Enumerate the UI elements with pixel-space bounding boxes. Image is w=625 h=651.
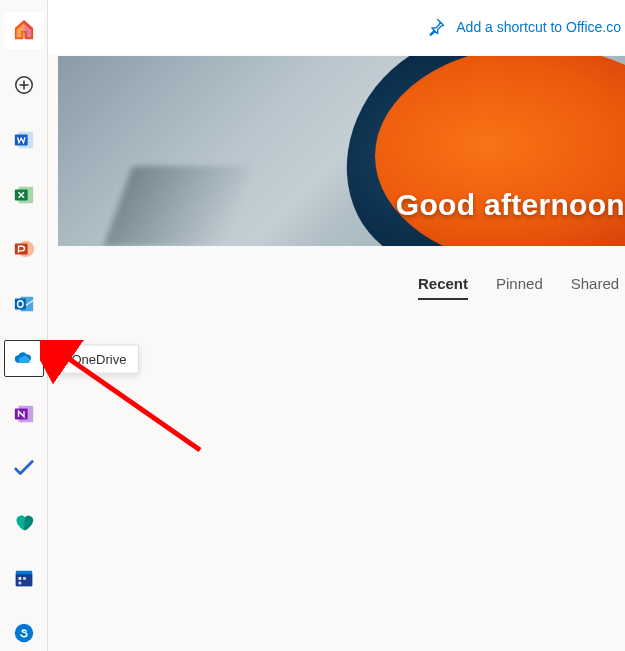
calendar-icon xyxy=(13,567,35,589)
sidebar-item-calendar[interactable] xyxy=(4,560,44,597)
heart-icon xyxy=(13,512,35,534)
tab-shared[interactable]: Shared xyxy=(571,275,619,300)
svg-rect-14 xyxy=(18,577,21,580)
svg-rect-16 xyxy=(18,582,21,585)
hero-banner: Good afternoon xyxy=(58,56,625,246)
topbar: Add a shortcut to Office.co xyxy=(48,0,625,54)
app-sidebar: OneDrive xyxy=(0,0,48,651)
home-icon xyxy=(13,19,35,41)
tab-recent[interactable]: Recent xyxy=(418,275,468,300)
content-tabs: Recent Pinned Shared xyxy=(418,275,625,300)
sidebar-item-outlook[interactable] xyxy=(4,286,44,323)
sidebar-item-skype[interactable] xyxy=(4,614,44,651)
plus-circle-icon xyxy=(13,74,35,96)
word-icon xyxy=(13,129,35,151)
sidebar-item-powerpoint[interactable] xyxy=(4,231,44,268)
sidebar-item-home[interactable] xyxy=(4,12,44,49)
onedrive-tooltip: OneDrive xyxy=(59,344,140,373)
add-shortcut-label: Add a shortcut to Office.co xyxy=(456,19,621,35)
svg-rect-2 xyxy=(14,134,27,145)
outlook-icon xyxy=(13,293,35,315)
todo-icon xyxy=(13,457,35,479)
sidebar-item-create[interactable] xyxy=(4,67,44,104)
onenote-icon xyxy=(13,403,35,425)
svg-rect-15 xyxy=(23,577,26,580)
powerpoint-icon xyxy=(13,238,35,260)
sidebar-item-onedrive[interactable]: OneDrive xyxy=(4,340,44,377)
greeting-text: Good afternoon xyxy=(396,188,625,222)
sidebar-item-family[interactable] xyxy=(4,505,44,542)
excel-icon xyxy=(13,184,35,206)
pin-icon xyxy=(426,17,446,37)
sidebar-item-todo[interactable] xyxy=(4,450,44,487)
sidebar-item-word[interactable] xyxy=(4,121,44,158)
skype-icon xyxy=(13,622,35,644)
hero-art-accent xyxy=(103,166,252,246)
onedrive-icon xyxy=(13,348,35,370)
sidebar-item-excel[interactable] xyxy=(4,176,44,213)
sidebar-item-onenote[interactable] xyxy=(4,395,44,432)
add-shortcut-link[interactable]: Add a shortcut to Office.co xyxy=(426,17,625,37)
svg-rect-6 xyxy=(14,244,27,255)
svg-rect-13 xyxy=(15,574,32,586)
tab-pinned[interactable]: Pinned xyxy=(496,275,543,300)
